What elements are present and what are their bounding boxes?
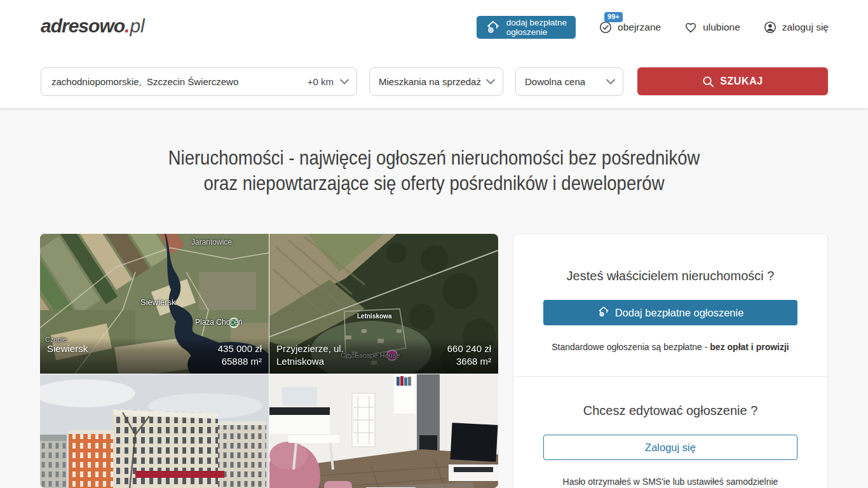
listing-card-wola[interactable]: Wola Zgłobieńska 890 000 zł bbox=[269, 374, 498, 488]
sidebar-login-button[interactable]: Zaloguj się bbox=[543, 435, 797, 460]
listing-area: 65888 m² bbox=[222, 356, 262, 367]
owner-heading: Jesteś właścicielem nieruchomości ? bbox=[513, 269, 827, 283]
search-icon bbox=[702, 76, 714, 88]
add-listing-label: dodaj bezpłatne ogłoszenie bbox=[506, 18, 567, 37]
radius-select[interactable]: +0 km bbox=[302, 76, 349, 87]
house-plus-icon bbox=[597, 305, 610, 320]
listing-area: 3668 m² bbox=[456, 356, 491, 367]
page-title: Nieruchomości - najwięcej ogłoszeń nieru… bbox=[61, 145, 808, 196]
listing-overlay: Siewiersk 435 000 zł 65888 m² bbox=[40, 338, 269, 374]
listing-title: Siewiersk bbox=[47, 342, 218, 355]
sidebar-add-listing-label: Dodaj bezpłatne ogłoszenie bbox=[615, 307, 744, 319]
search-bar: +0 km Mieszkania na sprzedaż Dowolna cen… bbox=[41, 67, 829, 96]
price-value: Dowolna cena bbox=[525, 76, 585, 87]
listing-price-area: 435 000 zł 65888 m² bbox=[218, 342, 262, 368]
sidebar-login-label: Zaloguj się bbox=[645, 442, 696, 454]
listing-price: 660 240 zł bbox=[447, 343, 491, 354]
heart-icon bbox=[684, 20, 698, 34]
user-circle-icon bbox=[763, 20, 777, 34]
edit-note: Hasło otrzymałeś w SMS'ie lub ustawiłeś … bbox=[513, 477, 827, 487]
header: adresowo.pl dodaj bezpłatne ogłoszenie bbox=[0, 0, 868, 108]
check-circle-icon bbox=[599, 20, 613, 34]
page: adresowo.pl dodaj bezpłatne ogłoszenie bbox=[0, 0, 868, 488]
search-button[interactable]: SZUKAJ bbox=[637, 67, 828, 95]
sidebar-panel: Jesteś właścicielem nieruchomości ? Doda… bbox=[513, 234, 828, 488]
listing-title: Przyjezierze, ul. Letniskowa bbox=[276, 342, 447, 368]
sidebar-owner-section: Jesteś właścicielem nieruchomości ? Doda… bbox=[513, 234, 827, 352]
edit-heading: Chcesz edytować ogłoszenie ? bbox=[513, 403, 827, 418]
header-nav: dodaj bezpłatne ogłoszenie 99+ obejrzane bbox=[477, 0, 829, 55]
logo-tld: pl bbox=[130, 15, 144, 36]
nav-viewed[interactable]: 99+ obejrzane bbox=[599, 20, 661, 34]
listing-card-siewiersk[interactable]: Jarantowice Siewiersk Plaża Choceń Czupl… bbox=[40, 234, 269, 374]
map-pin-green bbox=[229, 318, 238, 327]
offer-type-select[interactable]: Mieszkania na sprzedaż bbox=[369, 67, 503, 96]
nav-favorites[interactable]: ulubione bbox=[684, 20, 740, 34]
sidebar-add-listing-button[interactable]: Dodaj bezpłatne ogłoszenie bbox=[543, 300, 797, 325]
listing-photo-interior bbox=[269, 374, 498, 488]
logo-brand: adresowo bbox=[41, 15, 125, 36]
listings-grid: Jarantowice Siewiersk Plaża Choceń Czupl… bbox=[40, 234, 498, 488]
location-field: +0 km bbox=[41, 67, 357, 96]
radius-value: +0 km bbox=[308, 76, 334, 87]
listing-price: 435 000 zł bbox=[218, 343, 262, 354]
viewed-count-badge: 99+ bbox=[604, 12, 623, 22]
listing-card-przyjezierze[interactable]: Letniskowa City Escape House Przyjezierz… bbox=[269, 234, 498, 374]
site-logo[interactable]: adresowo.pl bbox=[41, 15, 145, 37]
nav-login-label: zaloguj się bbox=[782, 22, 829, 33]
listing-photo-buildings bbox=[40, 374, 269, 488]
chevron-down-icon bbox=[606, 79, 615, 85]
listing-price-area: 660 240 zł 3668 m² bbox=[447, 342, 491, 368]
owner-note: Standardowe ogłoszenia są bezpłatne - be… bbox=[513, 342, 827, 352]
add-listing-button[interactable]: dodaj bezpłatne ogłoszenie bbox=[477, 16, 576, 39]
price-select[interactable]: Dowolna cena bbox=[515, 67, 623, 96]
offer-type-value: Mieszkania na sprzedaż bbox=[379, 76, 481, 87]
search-button-label: SZUKAJ bbox=[720, 76, 763, 87]
listing-overlay: Przyjezierze, ul. Letniskowa 660 240 zł … bbox=[269, 338, 498, 374]
sidebar-edit-section: Chcesz edytować ogłoszenie ? Zaloguj się… bbox=[513, 377, 827, 487]
chevron-down-icon bbox=[486, 79, 495, 85]
nav-login[interactable]: zaloguj się bbox=[763, 20, 829, 34]
house-plus-icon bbox=[485, 19, 501, 36]
location-input[interactable] bbox=[51, 76, 302, 87]
chevron-down-icon bbox=[340, 79, 349, 85]
listing-card-lublin[interactable]: Lublin Śródmieście, ul. 545 000 zł bbox=[40, 374, 269, 488]
nav-viewed-label: obejrzane bbox=[618, 22, 661, 33]
nav-favorites-label: ulubione bbox=[703, 22, 740, 33]
